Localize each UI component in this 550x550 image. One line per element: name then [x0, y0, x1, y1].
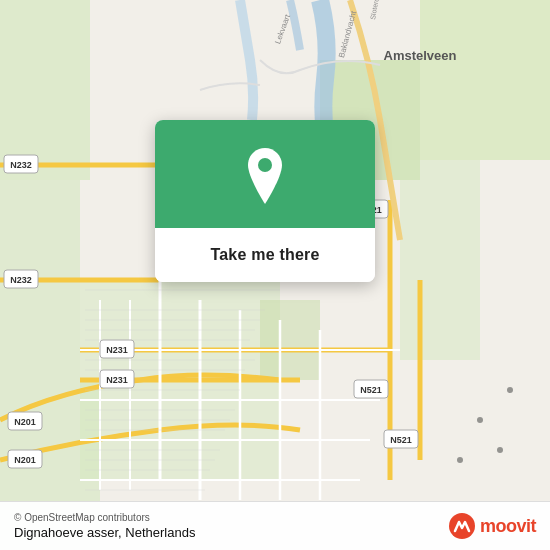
svg-point-51	[457, 457, 463, 463]
moovit-text: moovit	[480, 516, 536, 537]
svg-text:Amstelveen: Amstelveen	[384, 48, 457, 63]
take-me-there-button[interactable]: Take me there	[155, 228, 375, 282]
bottom-bar: © OpenStreetMap contributors Dignahoeve …	[0, 501, 550, 550]
svg-text:N201: N201	[14, 417, 36, 427]
location-name: Dignahoeve asser, Netherlands	[14, 525, 195, 540]
svg-rect-6	[400, 160, 480, 360]
svg-text:N232: N232	[10, 275, 32, 285]
map-container: N232 N232 N201 N201 N231 N231 N521 N521 …	[0, 0, 550, 550]
svg-text:N201: N201	[14, 455, 36, 465]
svg-rect-5	[420, 0, 550, 160]
moovit-icon	[448, 512, 476, 540]
svg-point-49	[477, 417, 483, 423]
svg-point-52	[507, 387, 513, 393]
svg-text:N232: N232	[10, 160, 32, 170]
svg-point-68	[258, 158, 272, 172]
popup-icon-area	[155, 120, 375, 228]
popup-card: Take me there	[155, 120, 375, 282]
svg-point-50	[497, 447, 503, 453]
svg-text:N231: N231	[106, 345, 128, 355]
bottom-left-info: © OpenStreetMap contributors Dignahoeve …	[14, 512, 195, 540]
svg-rect-1	[0, 0, 90, 180]
svg-text:N521: N521	[360, 385, 382, 395]
location-pin-icon	[241, 148, 289, 204]
moovit-logo: moovit	[448, 512, 536, 540]
svg-text:N521: N521	[390, 435, 412, 445]
osm-credit: © OpenStreetMap contributors	[14, 512, 195, 523]
svg-text:N231: N231	[106, 375, 128, 385]
svg-rect-8	[260, 300, 320, 380]
